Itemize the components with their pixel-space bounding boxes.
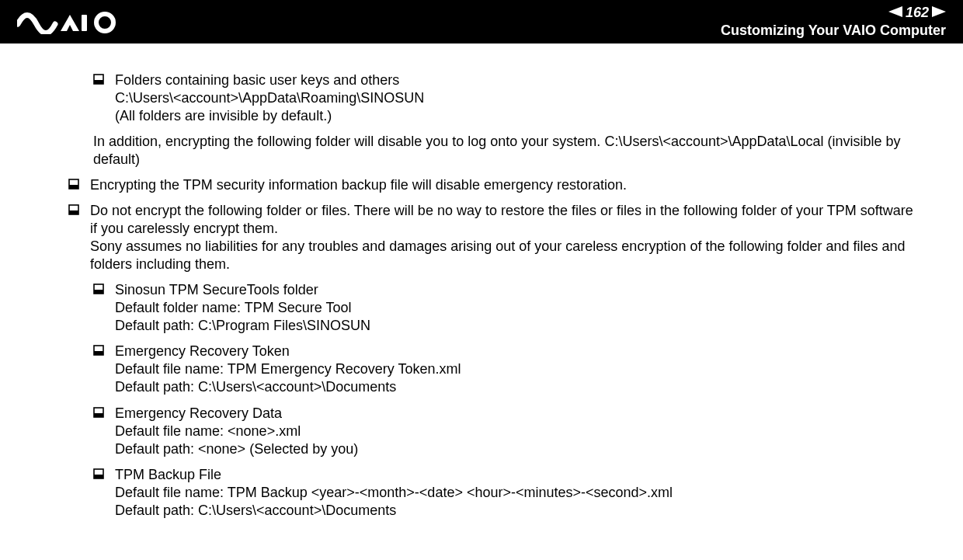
text-line: Emergency Recovery Data	[115, 405, 916, 423]
svg-rect-17	[94, 475, 103, 478]
text-line: Sony assumes no liabilities for any trou…	[90, 238, 916, 273]
text-line: Default path: C:\Users\<account>\Documen…	[115, 378, 916, 396]
square-bullet-icon	[68, 204, 79, 215]
page-header: 162 Customizing Your VAIO Computer	[0, 0, 963, 43]
prev-page-arrow-icon[interactable]	[888, 6, 902, 20]
paragraph: In addition, encrypting the following fo…	[93, 133, 916, 169]
text-line: Encrypting the TPM security information …	[90, 176, 916, 194]
square-bullet-icon	[68, 179, 79, 190]
text-line: In addition, encrypting the following fo…	[93, 134, 600, 149]
page-number-row: 162	[721, 5, 946, 21]
text-line: Default folder name: TPM Secure Tool	[115, 299, 916, 317]
next-page-arrow-icon[interactable]	[932, 6, 946, 20]
list-item: Folders containing basic user keys and o…	[93, 71, 916, 125]
list-item: Sinosun TPM SecureTools folder Default f…	[93, 281, 916, 335]
svg-rect-0	[82, 15, 87, 31]
text-line: Default file name: TPM Emergency Recover…	[115, 360, 916, 378]
svg-rect-9	[69, 210, 78, 214]
svg-rect-5	[94, 80, 103, 84]
list-item: Emergency Recovery Token Default file na…	[93, 343, 916, 396]
list-item: TPM Backup File Default file name: TPM B…	[93, 466, 916, 520]
svg-rect-7	[69, 185, 78, 189]
svg-marker-2	[888, 6, 902, 17]
vaio-logo	[17, 11, 118, 37]
text-line: TPM Backup File	[115, 466, 916, 484]
text-line: Sinosun TPM SecureTools folder	[115, 281, 916, 299]
text-line: Default path: <none> (Selected by you)	[115, 440, 916, 458]
svg-point-1	[96, 14, 113, 31]
square-bullet-icon	[93, 407, 104, 418]
text-line: C:\Users\<account>\AppData\Roaming\SINOS…	[115, 89, 916, 107]
list-item: Encrypting the TPM security information …	[68, 176, 916, 194]
square-bullet-icon	[93, 74, 104, 85]
svg-rect-11	[94, 290, 103, 294]
text-line: Folders containing basic user keys and o…	[115, 71, 916, 89]
text-line: Emergency Recovery Token	[115, 343, 916, 360]
list-item: Do not encrypt the following folder or f…	[68, 202, 916, 273]
section-title: Customizing Your VAIO Computer	[721, 23, 946, 39]
page-content: Folders containing basic user keys and o…	[0, 43, 963, 520]
page-number: 162	[906, 5, 929, 21]
svg-rect-13	[94, 351, 103, 355]
text-line: Default path: C:\Users\<account>\Documen…	[115, 502, 916, 520]
svg-rect-15	[94, 413, 103, 417]
text-line: (All folders are invisible by default.)	[115, 107, 916, 125]
text-line: Do not encrypt the following folder or f…	[90, 202, 916, 238]
text-line: Default path: C:\Program Files\SINOSUN	[115, 317, 916, 335]
text-line: Default file name: TPM Backup <year>-<mo…	[115, 484, 916, 502]
svg-marker-3	[932, 6, 946, 17]
square-bullet-icon	[93, 468, 104, 479]
text-line: Default file name: <none>.xml	[115, 423, 916, 440]
list-item: Emergency Recovery Data Default file nam…	[93, 405, 916, 458]
square-bullet-icon	[93, 345, 104, 356]
square-bullet-icon	[93, 283, 104, 294]
